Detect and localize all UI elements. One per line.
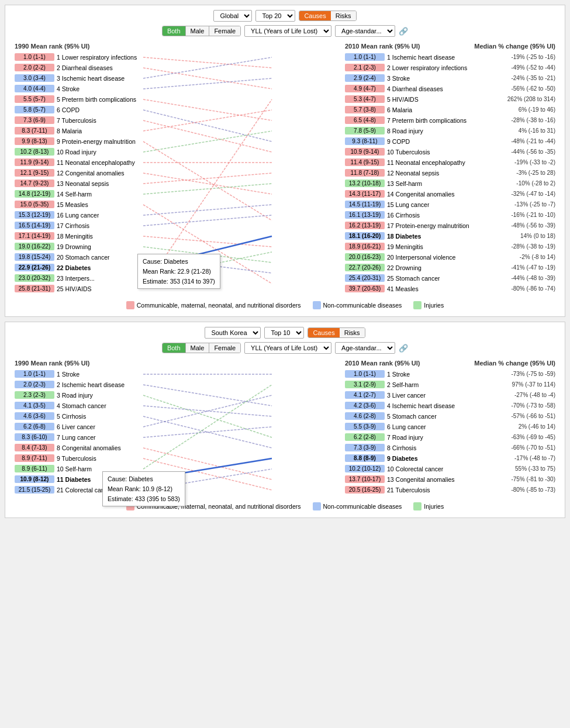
right-row-7: 7.3 (3-9)8 Cirrhosis [345,443,474,453]
rank-badge-left-2: 2.3 (2-3) [15,391,54,399]
rank-name-left-6: 7 Lung cancer [57,434,96,441]
left-row-17: 17.1 (14-19)18 Meningitis [15,231,143,241]
chart-area-global: 1990 Mean rank (95% UI) 2010 Mean rank (… [10,40,560,296]
rank-name-left-19: 20 Stomach cancer [57,254,109,261]
rank-name-left-0: 1 Stroke [57,371,80,378]
rank-badge-right-11: 11.8 (7-18) [345,169,385,177]
rank-badge-right-4: 4.6 (2-8) [345,412,385,420]
metric-select-global[interactable]: YLL (Years of Life Lost) [244,25,331,37]
chart-container-sk: 1.0 (1-1)1 Stroke2.0 (2-3)2 Ischemic hea… [15,369,555,495]
rank-name-right-8: 9 Diabetes [387,455,418,462]
rank-name-right-5: 6 Lung cancer [387,423,426,430]
both-button-sk[interactable]: Both [163,343,186,353]
rank-badge-right-8: 8.8 (8-9) [345,454,385,462]
rank-badge-left-13: 14.8 (12-19) [15,190,54,198]
pct-row-19: -2% (-8 to 14) [474,252,555,262]
age-select-global[interactable]: Age-standar... [335,25,395,37]
risks-button-global[interactable]: Risks [331,11,356,20]
age-select-sk[interactable]: Age-standar... [335,342,395,354]
left-row-2: 3.0 (3-4)3 Ischemic heart disease [15,73,143,83]
rank-name-left-4: 5 Cirrhosis [57,413,86,420]
tooltip-sk: Cause: Diabetes Mean Rank: 10.9 (8-12) E… [102,471,185,506]
rank-name-right-12: 13 Self-harm [387,180,422,187]
rank-name-left-0: 1 Lower respiratory infections [57,54,137,61]
male-button-sk[interactable]: Male [186,343,210,353]
topn-select-sk[interactable]: Top 10 [264,327,304,339]
rank-badge-left-14: 15.0 (5-35) [15,201,54,208]
rank-badge-left-1: 2.0 (2-2) [15,64,54,71]
right-row-15: 16.1 (13-19)16 Cirrhosis [345,210,474,220]
location-select-global[interactable]: Global [213,10,252,22]
both-button-global[interactable]: Both [163,26,186,36]
pct-val-18: -28% (-38 to -19) [511,243,555,250]
right-row-8: 9.3 (8-11)9 COPD [345,136,474,146]
tooltip-line2-global: Estimate: 353 (314 to 397) [143,277,215,287]
metric-select-sk[interactable]: YLL (Years of Life Lost) [244,342,331,354]
female-button-sk[interactable]: Female [209,343,240,353]
rank-name-left-17: 18 Meningitis [57,233,93,240]
pct-val-19: -2% (-8 to 14) [520,254,555,260]
causes-risks-toggle-global: Causes Risks [299,11,356,21]
rank-badge-left-3: 4.0 (4-4) [15,85,54,92]
causes-button-sk[interactable]: Causes [308,328,339,337]
pct-row-4: -57% (-66 to -51) [474,411,555,421]
rank-name-left-8: 9 Protein-energy malnutrition [57,138,136,145]
right-row-18: 18.9 (16-21)19 Meningitis [345,241,474,251]
right-row-2: 2.9 (2-4)3 Stroke [345,73,474,83]
pct-val-17: 14% (0 to 18) [520,233,555,239]
legend-label-ncd-global: Non-communicable diseases [323,302,402,309]
chart-container-global: 1.0 (1-1)1 Lower respiratory infections2… [15,52,555,294]
rank-badge-right-10: 11.4 (9-15) [345,158,385,166]
rank-name-right-18: 19 Meningitis [387,243,423,250]
rank-name-left-3: 4 Stomach cancer [57,402,106,409]
risks-button-sk[interactable]: Risks [340,328,365,337]
right-row-9: 10.9 (9-14)10 Tuberculosis [345,147,474,157]
female-button-global[interactable]: Female [209,26,240,36]
pct-row-3: -70% (-73 to -58) [474,401,555,410]
pct-col-header-global: Median % change (95% UI) [474,43,555,50]
controls-row-2-global: Both Male Female YLL (Years of Life Lost… [10,25,560,37]
causes-risks-toggle-sk: Causes Risks [308,327,365,338]
tooltip-title-global: Cause: Diabetes [143,257,215,267]
rank-name-left-16: 17 Cirrhosis [57,222,89,229]
pct-row-11: -80% (-85 to -73) [474,485,555,495]
pct-val-12: -10% (-28 to 2) [516,180,555,187]
chart-headers-global: 1990 Mean rank (95% UI) 2010 Mean rank (… [15,43,555,50]
location-select-sk[interactable]: South Korea [205,327,261,339]
left-row-2: 2.3 (2-3)3 Road injury [15,390,143,400]
rank-badge-right-18: 18.9 (16-21) [345,243,385,250]
left-row-12: 14.7 (9-23)13 Neonatal sepsis [15,178,143,188]
pct-val-6: -28% (-38 to -16) [511,117,555,123]
left-row-6: 8.3 (6-10)7 Lung cancer [15,432,143,442]
right-row-0: 1.0 (1-1)1 Ischemic heart disease [345,52,474,62]
pct-val-9: 55% (-33 to 75) [515,465,555,472]
pct-val-2: -27% (-48 to -4) [514,392,555,398]
pct-row-10: -75% (-81 to -30) [474,474,555,484]
link-icon-global[interactable]: 🔗 [399,27,408,36]
left-row-21: 23.0 (20-32)23 Interpers... [15,273,143,283]
pct-val-1: -49% (-52 to -44) [511,64,555,71]
right-row-0: 1.0 (1-1)1 Stroke [345,369,474,379]
rank-badge-right-7: 7.8 (5-9) [345,127,385,134]
pct-val-0: -73% (-75 to -59) [511,371,555,377]
controls-row-1-sk: South Korea Top 10 Causes Risks [10,327,560,339]
right-row-9: 10.2 (10-12)10 Colorectal cancer [345,464,474,474]
right-row-3: 4.2 (3-6)4 Ischemic heart disease [345,401,474,410]
left-row-18: 19.0 (16-22)19 Drowning [15,241,143,251]
rank-badge-right-12: 13.2 (10-18) [345,180,385,187]
controls-row-2-sk: Both Male Female YLL (Years of Life Lost… [10,342,560,354]
legend-sk: Communicable, maternal, neonatal, and nu… [10,498,560,513]
link-icon-sk[interactable]: 🔗 [399,344,408,353]
rank-badge-right-2: 4.1 (2-7) [345,391,385,399]
pct-row-17: 14% (0 to 18) [474,231,555,241]
rank-name-right-5: 6 Malaria [387,106,412,113]
right-col-header-global: 2010 Mean rank (95% UI) [345,43,474,50]
male-button-global[interactable]: Male [186,26,210,36]
right-ranks-global: 1.0 (1-1)1 Ischemic heart disease2.1 (2-… [345,52,474,294]
rank-name-right-4: 5 Stomach cancer [387,413,437,420]
pct-row-14: -13% (-25 to -7) [474,199,555,209]
rank-badge-right-5: 5.7 (3-8) [345,106,385,113]
rank-badge-left-7: 8.3 (7-11) [15,127,54,134]
causes-button-global[interactable]: Causes [299,11,330,20]
topn-select-global[interactable]: Top 20 [255,10,295,22]
